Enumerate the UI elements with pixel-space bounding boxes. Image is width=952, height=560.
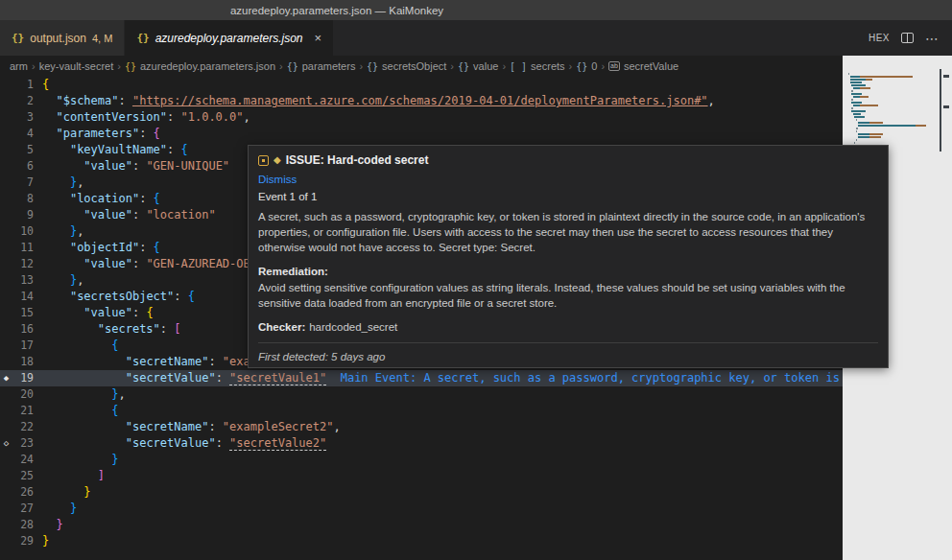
issue-header: ◆ ISSUE: Hard-coded secret [258, 152, 878, 169]
tab-label: azuredeploy.parameters.json [155, 32, 303, 45]
line-number: 7 [12, 175, 34, 191]
breadcrumb-item-0[interactable]: {}0 [576, 60, 597, 72]
line-number: 1 [12, 77, 34, 93]
code-line-25[interactable]: 25 ] [0, 468, 843, 484]
code-line-24[interactable]: 24 } [0, 452, 843, 468]
code-line-23[interactable]: ◇23 "secretValue": "secretValue2" [0, 435, 843, 452]
breadcrumb-separator-icon: › [601, 60, 605, 72]
line-number: 6 [12, 158, 34, 175]
code-text: ] [34, 468, 105, 484]
breadcrumb-item-secretvalue[interactable]: absecretValue [608, 60, 678, 72]
code-text: { [34, 403, 118, 419]
split-editor-icon[interactable] [901, 33, 914, 43]
hex-button[interactable]: HEX [869, 33, 890, 43]
code-text: "keyVaultName": { [34, 142, 188, 158]
breadcrumb-item-arm[interactable]: arm [10, 60, 28, 72]
code-line-4[interactable]: 4 "parameters": { [0, 126, 843, 142]
breadcrumb-separator-icon: › [359, 60, 363, 72]
line-number: 25 [12, 468, 34, 484]
glyph-margin [0, 419, 12, 435]
breadcrumb-label: secretsObject [382, 60, 446, 72]
glyph-margin [0, 158, 12, 175]
line-number: 29 [12, 533, 34, 549]
main-event-diamond-icon[interactable]: ◆ [0, 370, 12, 386]
tooltip-divider [258, 342, 878, 343]
code-line-2[interactable]: 2 "$schema": "https://schema.management.… [0, 93, 843, 109]
code-line-19[interactable]: ◆19 "secretValue": "secretVaule1" Main E… [0, 370, 843, 386]
glyph-margin [0, 223, 12, 240]
string-symbol-icon: ab [608, 61, 620, 71]
breadcrumb-item-azuredeploy-parameters-json[interactable]: {}azuredeploy.parameters.json [125, 60, 275, 72]
breadcrumb-label: value [473, 60, 498, 72]
window-titlebar: azuredeploy.parameters.json — KaiMonkey [0, 0, 952, 20]
breadcrumb-item-parameters[interactable]: {}parameters [287, 60, 356, 72]
breadcrumb-item-key-vault-secret[interactable]: key-vault-secret [39, 60, 114, 72]
code-line-20[interactable]: 20 }, [0, 386, 843, 403]
code-line-26[interactable]: 26 } [0, 484, 843, 501]
tab-azuredeploy-parameters-json[interactable]: {} azuredeploy.parameters.json × [125, 20, 333, 56]
code-text: "secrets": [ [34, 321, 181, 338]
array-symbol-icon: [ ] [510, 61, 527, 72]
tab-problems-modified-badge: 4, M [92, 33, 112, 44]
breadcrumb-label: secrets [531, 60, 564, 72]
checker-label: Checker: [258, 321, 305, 333]
breadcrumb-item-secretsobject[interactable]: {}secretsObject [367, 60, 446, 72]
close-tab-icon[interactable]: × [315, 31, 322, 45]
checker-row: Checker:hardcoded_secret [258, 319, 878, 335]
tab-output-json[interactable]: {} output.json 4, M [0, 20, 125, 56]
glyph-margin [0, 484, 12, 501]
breadcrumb-item-secrets[interactable]: [ ]secrets [510, 60, 565, 72]
line-number: 17 [12, 338, 34, 354]
issue-description: A secret, such as a password, cryptograp… [258, 209, 878, 256]
glyph-margin [0, 77, 12, 93]
secondary-event-diamond-icon[interactable]: ◇ [0, 435, 12, 452]
object-symbol-icon: {} [367, 61, 378, 72]
glyph-margin [0, 126, 12, 142]
code-text: { [34, 77, 49, 93]
code-text: "objectId": { [34, 240, 160, 256]
breadcrumb-label: arm [10, 60, 28, 72]
code-line-22[interactable]: 22 "secretName": "exampleSecret2", [0, 419, 843, 435]
glyph-margin [0, 272, 12, 289]
line-number: 20 [12, 386, 34, 403]
glyph-margin [0, 207, 12, 223]
event-counter: Event 1 of 1 [258, 189, 878, 204]
code-text: "value": "location" [34, 207, 216, 223]
line-number: 10 [12, 223, 34, 240]
code-text: "parameters": { [34, 126, 160, 142]
code-line-28[interactable]: 28 } [0, 517, 843, 533]
breadcrumb-separator-icon: › [569, 60, 573, 72]
object-symbol-icon: {} [125, 61, 136, 72]
issue-hover-tooltip: ◆ ISSUE: Hard-coded secret Dismiss Event… [248, 145, 889, 368]
glyph-margin [0, 191, 12, 207]
line-number: 5 [12, 142, 34, 158]
glyph-margin [0, 305, 12, 321]
line-number: 21 [12, 403, 34, 419]
checker-value: hardcoded_secret [309, 321, 397, 333]
line-number: 18 [12, 354, 34, 370]
json-braces-icon: {} [136, 32, 149, 44]
glyph-margin [0, 256, 12, 272]
glyph-margin [0, 321, 12, 338]
code-line-29[interactable]: 29} [0, 533, 843, 549]
code-text: }, [34, 175, 83, 191]
tab-label: output.json [30, 32, 86, 45]
breadcrumb-label: parameters [302, 60, 356, 72]
line-number: 22 [12, 419, 34, 435]
line-number: 19 [12, 370, 34, 386]
dismiss-link[interactable]: Dismiss [258, 172, 297, 187]
more-actions-icon[interactable]: ⋯ [925, 34, 939, 43]
breadcrumb-separator-icon: › [117, 60, 121, 72]
line-number: 8 [12, 191, 34, 207]
breadcrumb-item-value[interactable]: {}value [458, 60, 498, 72]
code-line-1[interactable]: 1{ [0, 77, 843, 93]
breadcrumb-label: 0 [591, 60, 597, 72]
event-diamond-icon: ◆ [274, 153, 281, 167]
code-line-3[interactable]: 3 "contentVersion": "1.0.0.0", [0, 109, 843, 126]
code-line-21[interactable]: 21 { [0, 403, 843, 419]
line-number: 15 [12, 305, 34, 321]
glyph-margin [0, 468, 12, 484]
code-line-27[interactable]: 27 } [0, 501, 843, 517]
first-detected: First detected: 5 days ago [258, 349, 878, 364]
line-number: 9 [12, 207, 34, 223]
